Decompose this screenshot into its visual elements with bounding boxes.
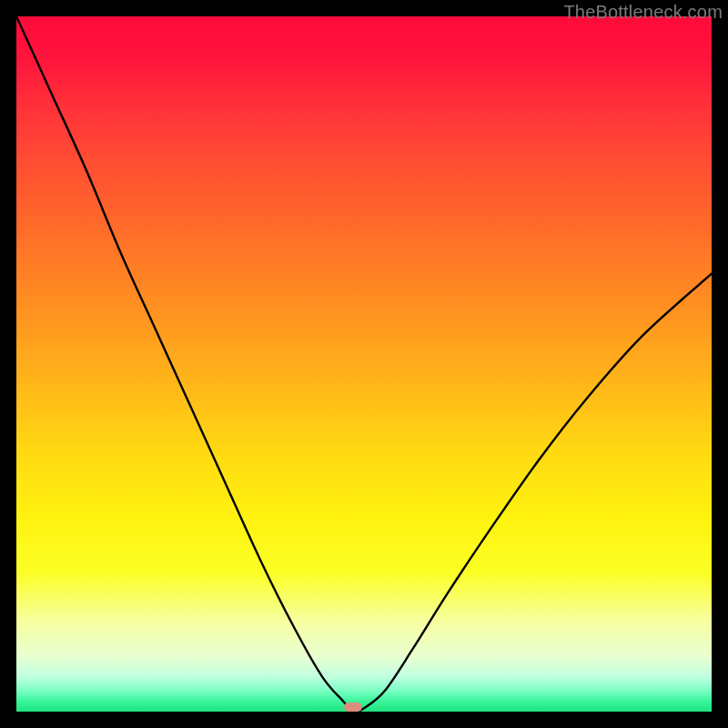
bottleneck-curve [16,16,712,712]
chart-frame: TheBottleneck.com [0,0,728,728]
plot-area [16,16,712,712]
watermark-text: TheBottleneck.com [563,2,723,23]
optimal-point-marker [344,703,362,712]
